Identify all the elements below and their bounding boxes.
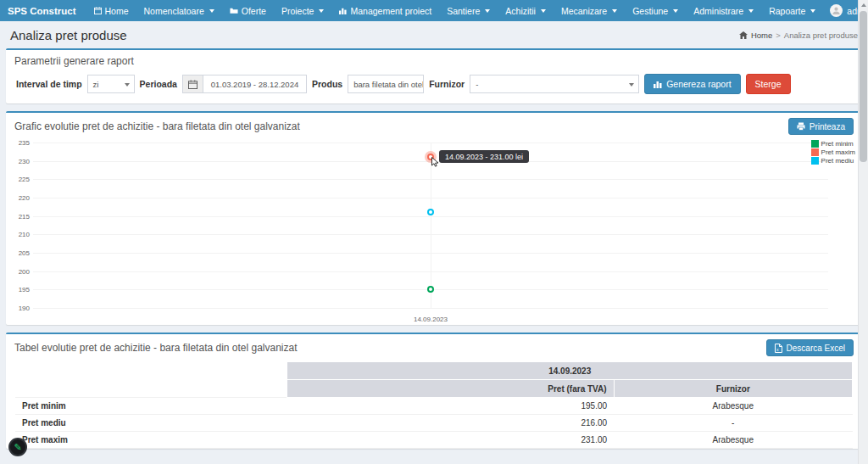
calendar-icon[interactable]: [182, 75, 203, 93]
nav-item-home[interactable]: Home: [86, 0, 136, 21]
chart-panel: Grafic evolutie pret de achizitie - bara…: [6, 111, 862, 325]
generate-report-button[interactable]: Genereza raport: [644, 74, 740, 94]
top-navbar: SPS Construct Home Nomenclatoare Oferte …: [0, 0, 868, 21]
data-point-pret-mediu[interactable]: [427, 209, 434, 215]
clear-label: Sterge: [755, 79, 782, 89]
chevron-down-icon: [541, 9, 546, 13]
nav-item-mecanizare[interactable]: Mecanizare: [554, 0, 625, 21]
nav-item-administrare[interactable]: Administrare: [686, 0, 761, 21]
nav-item-label: Home: [105, 6, 129, 16]
period-input[interactable]: 01.03.2019 - 28.12.2024: [203, 75, 307, 93]
y-tick-label: 220: [11, 194, 30, 202]
row-price: 195.00: [287, 398, 614, 415]
nav-item-nomenclatoare[interactable]: Nomenclatoare: [136, 0, 222, 21]
supplier-label: Furnizor: [429, 79, 465, 89]
empty-header-cell: [15, 362, 287, 380]
y-tick-label: 235: [11, 139, 30, 147]
interval-value: zi: [93, 80, 99, 89]
nav-item-label: Management proiect: [350, 6, 431, 16]
legend-swatch: [811, 148, 819, 156]
empty-header-cell: [15, 380, 287, 398]
x-axis-label: 14.09.2023: [33, 316, 828, 323]
breadcrumb-separator: >: [776, 31, 781, 40]
nav-item-oferte[interactable]: Oferte: [222, 0, 274, 21]
interval-select[interactable]: zi: [87, 75, 135, 93]
row-price: 231.00: [287, 432, 614, 449]
price-header-cell: Pret (fara TVA): [287, 380, 614, 398]
product-label: Produs: [312, 79, 342, 89]
y-tick-label: 210: [11, 231, 30, 238]
supplier-header-cell: Furnizor: [614, 380, 852, 398]
legend-label: Pret mediu: [821, 157, 854, 165]
interval-label: Interval de timp: [16, 79, 82, 89]
product-input[interactable]: bara filetata din otel galvan: [348, 75, 424, 93]
print-button[interactable]: Printeaza: [788, 118, 854, 135]
download-excel-button[interactable]: x Descarca Excel: [766, 339, 854, 356]
table-panel-title: Tabel evolutie pret de achizitie - bara …: [14, 342, 298, 354]
y-tick-label: 200: [11, 268, 30, 276]
row-supplier: -: [614, 415, 852, 432]
nav-item-rapoarte[interactable]: Rapoarte: [761, 0, 823, 21]
price-evolution-table: 14.09.2023 Pret (fara TVA) Furnizor Pret…: [15, 361, 853, 449]
table-header-row-columns: Pret (fara TVA) Furnizor: [15, 380, 853, 398]
legend-swatch: [811, 157, 819, 165]
bar-chart-icon: [654, 80, 662, 88]
nav-item-label: Achizitii: [505, 6, 536, 16]
y-tick-label: 195: [11, 286, 30, 293]
gridline-vertical: [431, 143, 431, 308]
row-label: Pret maxim: [15, 432, 287, 449]
brand-logo[interactable]: SPS Construct: [0, 0, 86, 21]
vertical-scrollbar[interactable]: [858, 0, 868, 464]
scroll-up-arrow-icon[interactable]: [861, 3, 866, 7]
date-header-cell: 14.09.2023: [287, 362, 853, 380]
scrollbar-thumb[interactable]: [860, 11, 867, 162]
legend-item-pret-mediu[interactable]: Pret mediu: [811, 157, 855, 165]
edit-fab-button[interactable]: ✎: [8, 438, 27, 456]
y-tick-label: 225: [11, 176, 30, 183]
data-point-pret-minim[interactable]: [427, 286, 434, 293]
legend-label: Pret maxim: [821, 148, 855, 156]
download-excel-label: Descarca Excel: [787, 344, 845, 353]
y-tick-label: 205: [11, 249, 30, 257]
chevron-down-icon: [612, 9, 617, 13]
nav-item-label: Proiecte: [281, 6, 314, 16]
chevron-down-icon: [748, 9, 754, 13]
home-icon: [739, 31, 748, 39]
legend-swatch: [811, 140, 819, 148]
mouse-cursor-icon: [431, 157, 439, 167]
chevron-down-icon: [125, 83, 130, 87]
y-tick-label: 190: [11, 305, 30, 312]
legend-item-pret-minim[interactable]: Pret minim: [811, 140, 855, 148]
nav-item-santiere[interactable]: Santiere: [439, 0, 498, 21]
table-panel: Tabel evolutie pret de achizitie - bara …: [6, 333, 862, 449]
bar-chart-icon: [339, 7, 347, 14]
y-tick-label: 215: [11, 213, 30, 221]
table-row: Pret mediu 216.00 -: [15, 415, 853, 432]
nav-item-label: Mecanizare: [561, 6, 607, 16]
supplier-value: -: [476, 80, 478, 89]
supplier-select[interactable]: -: [470, 75, 639, 93]
clear-button[interactable]: Sterge: [746, 74, 791, 94]
filters-panel-title: Parametrii generare raport: [14, 55, 134, 67]
pencil-icon: ✎: [14, 442, 21, 453]
nav-item-label: Gestiune: [632, 6, 668, 16]
legend-label: Pret minim: [821, 140, 854, 148]
nav-item-label: Rapoarte: [769, 6, 805, 16]
gridline: [33, 308, 828, 309]
nav-item-proiecte[interactable]: Proiecte: [274, 0, 332, 21]
chevron-down-icon: [629, 83, 634, 87]
breadcrumb-current: Analiza pret produse: [784, 31, 858, 40]
chevron-down-icon: [319, 9, 324, 13]
legend-item-pret-maxim[interactable]: Pret maxim: [811, 148, 855, 156]
nav-item-achizitii[interactable]: Achizitii: [498, 0, 554, 21]
calendar-icon: [94, 7, 102, 14]
chart-plot-area: 235 230 225 220 215 210 205 200 195 190 …: [33, 143, 828, 308]
breadcrumb-home[interactable]: Home: [751, 31, 772, 40]
printer-icon: [797, 122, 805, 131]
nav-item-gestiune[interactable]: Gestiune: [625, 0, 686, 21]
nav-item-label: Nomenclatoare: [144, 6, 204, 16]
nav-item-management-proiect[interactable]: Management proiect: [331, 0, 439, 21]
page-title: Analiza pret produse: [10, 28, 127, 42]
nav-item-label: Administrare: [693, 6, 743, 16]
table-header-row-date: 14.09.2023: [15, 362, 853, 380]
